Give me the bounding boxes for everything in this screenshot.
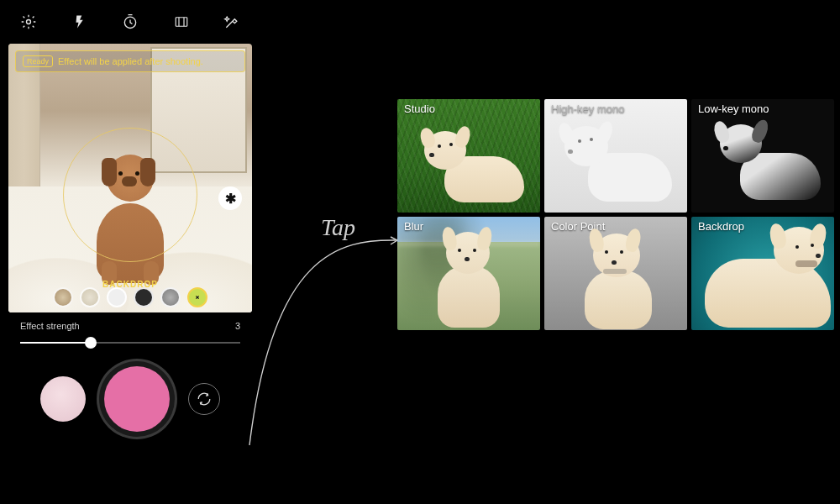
tile-label: High-key mono (551, 102, 624, 115)
effect-dot-colorpoint[interactable] (160, 287, 181, 307)
flash-icon[interactable] (68, 10, 92, 34)
svg-rect-2 (176, 18, 187, 27)
tile-thumbnail (696, 225, 831, 330)
switch-camera-button[interactable] (188, 383, 220, 415)
tile-blur[interactable]: Blur (397, 217, 540, 330)
focus-ring[interactable] (63, 128, 197, 262)
slider-value: 3 (235, 321, 240, 331)
tile-label: Studio (404, 102, 435, 115)
exposure-button[interactable]: ✱ (218, 186, 242, 210)
tile-thumbnail (717, 118, 826, 206)
camera-top-toolbar (8, 0, 252, 44)
effects-icon[interactable] (220, 10, 244, 34)
ratio-icon[interactable] (170, 10, 193, 34)
timer-icon[interactable] (118, 10, 142, 34)
effect-dot-backdrop[interactable] (187, 287, 207, 307)
shutter-button[interactable] (104, 366, 170, 432)
slider-label: Effect strength (20, 321, 80, 331)
tile-thumbnail (426, 228, 518, 329)
ready-banner-text: Effect will be applied after shooting. (58, 56, 203, 66)
camera-app: Ready Effect will be applied after shoot… (8, 0, 252, 504)
exposure-glyph: ✱ (225, 191, 236, 207)
tile-label: Low-key mono (698, 102, 769, 115)
tile-backdrop[interactable]: Backdrop (691, 217, 834, 330)
tile-thumbnail (419, 123, 528, 207)
effect-dot-studio[interactable] (80, 287, 100, 307)
tile-label: Blur (404, 220, 423, 233)
effect-dot-lowkey[interactable] (134, 287, 154, 307)
slider-thumb[interactable] (85, 337, 97, 349)
tap-label: Tap (321, 214, 355, 241)
ready-pill: Ready (23, 55, 53, 67)
settings-icon[interactable] (17, 10, 40, 34)
effect-strength-slider[interactable] (20, 334, 240, 351)
tile-studio[interactable]: Studio (397, 99, 540, 213)
effect-selector (8, 287, 252, 307)
tile-color-point[interactable]: Color Point (544, 217, 687, 330)
effect-dot-blur[interactable] (53, 287, 73, 307)
tile-thumbnail (570, 228, 670, 329)
camera-controls: Effect strength 3 (8, 312, 252, 432)
svg-point-0 (27, 20, 31, 24)
tile-lowkey-mono[interactable]: Low-key mono (691, 99, 834, 213)
effects-grid: Studio High-key mono Low-key mono (397, 99, 834, 330)
gallery-thumbnail[interactable] (40, 376, 86, 422)
tap-arrow (239, 235, 397, 454)
effect-dot-highkey[interactable] (107, 287, 127, 307)
tile-thumbnail (559, 119, 677, 207)
ready-banner: Ready Effect will be applied after shoot… (15, 50, 245, 72)
viewfinder[interactable]: Ready Effect will be applied after shoot… (8, 44, 252, 312)
tile-highkey-mono[interactable]: High-key mono (544, 99, 687, 213)
